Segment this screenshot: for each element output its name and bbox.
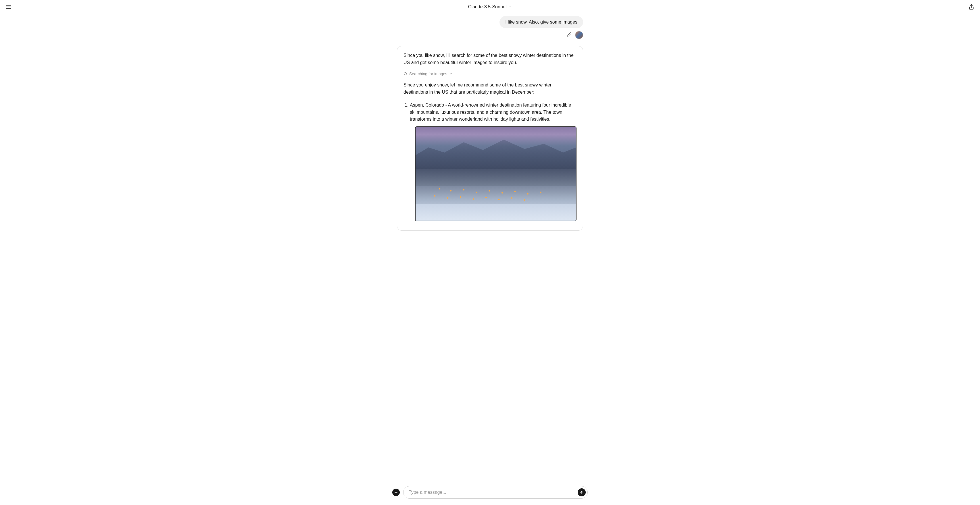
plus-icon	[394, 490, 398, 494]
chevron-down-icon	[449, 72, 453, 76]
model-selector[interactable]: Claude-3.5-Sonnet	[468, 4, 512, 10]
svg-point-4	[404, 73, 406, 75]
menu-button[interactable]	[5, 3, 13, 11]
destination-image[interactable]	[415, 126, 576, 221]
image-snow-layer	[415, 204, 576, 221]
user-message-row: I like snow. Also, give some images	[397, 16, 583, 28]
list-item: Aspen, Colorado - A world-renowned winte…	[410, 102, 576, 221]
app-header: Claude-3.5-Sonnet	[0, 0, 980, 14]
magnifier-icon	[404, 72, 407, 76]
chat-content: I like snow. Also, give some images Sinc…	[392, 16, 588, 231]
search-status-label: Searching for images	[409, 71, 447, 77]
arrow-up-icon	[580, 490, 584, 494]
assistant-intro-text: Since you like snow, I'll search for som…	[404, 52, 576, 66]
model-label: Claude-3.5-Sonnet	[468, 4, 507, 10]
share-button[interactable]	[967, 3, 975, 11]
assistant-body-text: Since you enjoy snow, let me recommend s…	[404, 82, 576, 96]
list-item-text: Aspen, Colorado - A world-renowned winte…	[410, 103, 571, 122]
composer	[403, 486, 588, 499]
user-message-bubble: I like snow. Also, give some images	[500, 16, 583, 28]
attach-button[interactable]	[392, 489, 400, 496]
edit-message-button[interactable]	[567, 32, 573, 38]
chat-scroll-area[interactable]: I like snow. Also, give some images Sinc…	[0, 14, 980, 482]
user-message-controls	[397, 31, 583, 39]
assistant-message: Since you like snow, I'll search for som…	[397, 46, 583, 231]
user-avatar	[575, 31, 583, 39]
caret-down-icon	[508, 5, 512, 9]
pencil-icon	[567, 32, 572, 37]
destinations-list: Aspen, Colorado - A world-renowned winte…	[404, 102, 576, 221]
menu-icon	[5, 4, 12, 10]
user-message-text: I like snow. Also, give some images	[505, 19, 578, 24]
composer-area	[0, 482, 980, 505]
send-button[interactable]	[578, 488, 586, 496]
svg-line-5	[406, 75, 407, 76]
search-status-toggle[interactable]: Searching for images	[404, 71, 453, 77]
message-input[interactable]	[409, 490, 578, 495]
share-icon	[969, 4, 974, 10]
